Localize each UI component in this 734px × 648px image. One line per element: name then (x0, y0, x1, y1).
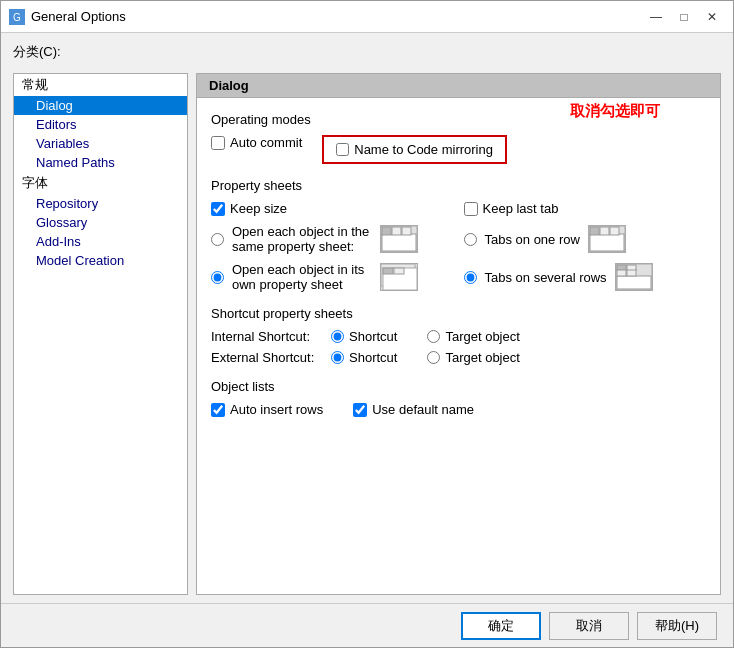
internal-target-radio-btn[interactable] (427, 330, 440, 343)
auto-commit-row: Auto commit (211, 135, 302, 150)
icon-own-sheet (380, 263, 418, 291)
sidebar-item-variables[interactable]: Variables (14, 134, 187, 153)
main-content: 分类(C): 常规 Dialog Editors Variables Named… (1, 33, 733, 603)
content-panel: Dialog 取消勾选即可 Operating modes Auto commi… (196, 73, 721, 595)
body-area: 常规 Dialog Editors Variables Named Paths … (13, 73, 721, 595)
window-title: General Options (31, 9, 126, 24)
internal-shortcut-radio: Shortcut (331, 329, 397, 344)
sidebar-item-editors[interactable]: Editors (14, 115, 187, 134)
auto-commit-label: Auto commit (230, 135, 302, 150)
icon-tabs-inline (380, 225, 418, 253)
use-default-name-label: Use default name (372, 402, 474, 417)
category-label: 分类(C): (13, 43, 721, 61)
sidebar-item-general[interactable]: 常规 (14, 74, 187, 96)
keep-size-row: Keep size (211, 201, 287, 216)
internal-shortcut-row: Internal Shortcut: Shortcut Target objec… (211, 329, 706, 344)
keep-last-tab-half: Keep last tab (464, 201, 707, 216)
external-shortcut-radio: Shortcut (331, 350, 397, 365)
auto-insert-checkbox[interactable] (211, 403, 225, 417)
title-bar-controls: — □ ✕ (643, 6, 725, 28)
external-shortcut-radio-btn[interactable] (331, 351, 344, 364)
svg-rect-15 (394, 268, 404, 274)
keep-size-label: Keep size (230, 201, 287, 216)
sidebar-item-modelcreation[interactable]: Model Creation (14, 251, 187, 270)
open-own-row: Open each object in its own property she… (211, 262, 706, 292)
keep-size-half: Keep size (211, 201, 454, 216)
keep-row: Keep size Keep last tab (211, 201, 706, 216)
minimize-button[interactable]: — (643, 6, 669, 28)
object-lists-section: Object lists Auto insert rows Use defaul… (211, 379, 706, 417)
title-bar: G General Options — □ ✕ (1, 1, 733, 33)
open-same-half: Open each object in the same property sh… (211, 224, 454, 254)
svg-rect-5 (392, 227, 401, 235)
sidebar-item-ziti[interactable]: 字体 (14, 172, 187, 194)
tabs-several-rows-radio[interactable] (464, 271, 477, 284)
open-same-label: Open each object in the same property sh… (232, 224, 372, 254)
close-button[interactable]: ✕ (699, 6, 725, 28)
svg-rect-17 (617, 276, 651, 289)
name-to-code-label: Name to Code mirroring (354, 142, 493, 157)
external-target-radio: Target object (427, 350, 519, 365)
external-shortcut-option-label: Shortcut (349, 350, 397, 365)
main-window: G General Options — □ ✕ 分类(C): 常规 Dialog… (0, 0, 734, 648)
open-same-row: Open each object in the same property sh… (211, 224, 706, 254)
tabs-several-rows-label: Tabs on several rows (485, 270, 607, 285)
svg-rect-6 (402, 227, 411, 235)
external-shortcut-label: External Shortcut: (211, 350, 321, 365)
property-sheets-section: Property sheets Keep size (211, 178, 706, 292)
keep-last-tab-checkbox[interactable] (464, 202, 478, 216)
sidebar-item-glossary[interactable]: Glossary (14, 213, 187, 232)
open-own-half: Open each object in its own property she… (211, 262, 454, 292)
use-default-name-row: Use default name (353, 402, 474, 417)
auto-commit-checkbox[interactable] (211, 136, 225, 150)
internal-shortcut-option-label: Shortcut (349, 329, 397, 344)
app-icon: G (9, 9, 25, 25)
name-to-code-highlighted: Name to Code mirroring (322, 135, 507, 164)
footer: 确定 取消 帮助(H) (1, 603, 733, 647)
tabs-one-row-half: Tabs on one row (464, 225, 707, 253)
internal-shortcut-radio-btn[interactable] (331, 330, 344, 343)
open-own-radio[interactable] (211, 271, 224, 284)
svg-rect-3 (382, 234, 416, 251)
name-to-code-checkbox[interactable] (336, 143, 349, 156)
sidebar-item-repository[interactable]: Repository (14, 194, 187, 213)
auto-insert-row: Auto insert rows (211, 402, 323, 417)
sidebar-item-addins[interactable]: Add-Ins (14, 232, 187, 251)
internal-shortcut-label: Internal Shortcut: (211, 329, 321, 344)
svg-rect-9 (590, 227, 599, 235)
keep-size-checkbox[interactable] (211, 202, 225, 216)
svg-rect-21 (627, 265, 636, 270)
keep-last-tab-label: Keep last tab (483, 201, 559, 216)
tabs-one-row-radio[interactable] (464, 233, 477, 246)
confirm-button[interactable]: 确定 (461, 612, 541, 640)
svg-rect-20 (617, 265, 626, 270)
svg-rect-11 (610, 227, 619, 235)
svg-rect-8 (590, 234, 624, 251)
cancel-button[interactable]: 取消 (549, 612, 629, 640)
sidebar-item-dialog[interactable]: Dialog (14, 96, 187, 115)
open-own-label: Open each object in its own property she… (232, 262, 372, 292)
help-button[interactable]: 帮助(H) (637, 612, 717, 640)
operating-modes-row: Auto commit Name to Code mirroring (211, 135, 706, 164)
shortcut-title: Shortcut property sheets (211, 306, 706, 321)
svg-rect-10 (600, 227, 609, 235)
internal-target-option-label: Target object (445, 329, 519, 344)
property-sheets-title: Property sheets (211, 178, 706, 193)
annotation-text: 取消勾选即可 (570, 102, 660, 121)
external-target-option-label: Target object (445, 350, 519, 365)
tabs-one-row-label: Tabs on one row (485, 232, 580, 247)
open-same-radio[interactable] (211, 233, 224, 246)
panel-header: Dialog (197, 74, 720, 98)
maximize-button[interactable]: □ (671, 6, 697, 28)
icon-tabs-one-row (588, 225, 626, 253)
keep-last-tab-row: Keep last tab (464, 201, 559, 216)
tabs-several-rows-half: Tabs on several rows (464, 263, 707, 291)
external-target-radio-btn[interactable] (427, 351, 440, 364)
sidebar-item-named-paths[interactable]: Named Paths (14, 153, 187, 172)
sidebar: 常规 Dialog Editors Variables Named Paths … (13, 73, 188, 595)
auto-insert-label: Auto insert rows (230, 402, 323, 417)
external-shortcut-row: External Shortcut: Shortcut Target objec… (211, 350, 706, 365)
object-lists-row: Auto insert rows Use default name (211, 402, 706, 417)
internal-target-radio: Target object (427, 329, 519, 344)
use-default-name-checkbox[interactable] (353, 403, 367, 417)
